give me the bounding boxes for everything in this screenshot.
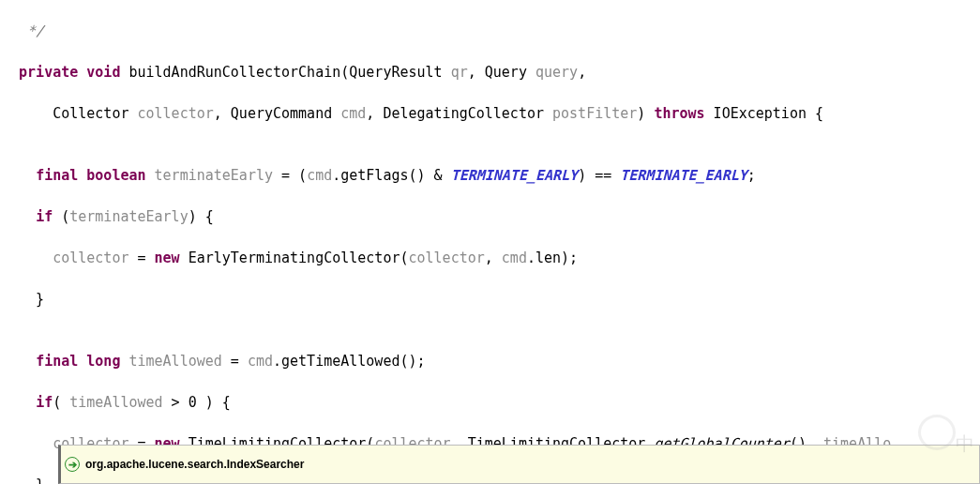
code-line: private void buildAndRunCollectorChain(Q…: [0, 62, 980, 83]
code-line: */: [0, 21, 980, 41]
code-line: final long timeAllowed = cmd.getTimeAllo…: [0, 351, 980, 371]
arrow-circle-icon: ➔: [65, 457, 80, 472]
watermark: 中: [918, 415, 974, 456]
code-line: if (terminateEarly) {: [0, 206, 980, 227]
reference-tooltip[interactable]: ➔ org.apache.lucene.search.IndexSearcher: [58, 445, 980, 484]
code-line: if( timeAllowed > 0 ) {: [0, 392, 980, 413]
tooltip-text: org.apache.lucene.search.IndexSearcher: [85, 454, 304, 475]
code-line: }: [0, 289, 980, 310]
code-line: final boolean terminateEarly = (cmd.getF…: [0, 165, 980, 186]
code-line: Collector collector, QueryCommand cmd, D…: [0, 103, 980, 124]
code-editor[interactable]: */ private void buildAndRunCollectorChai…: [0, 0, 980, 484]
code-line: collector = new EarlyTerminatingCollecto…: [0, 248, 980, 268]
